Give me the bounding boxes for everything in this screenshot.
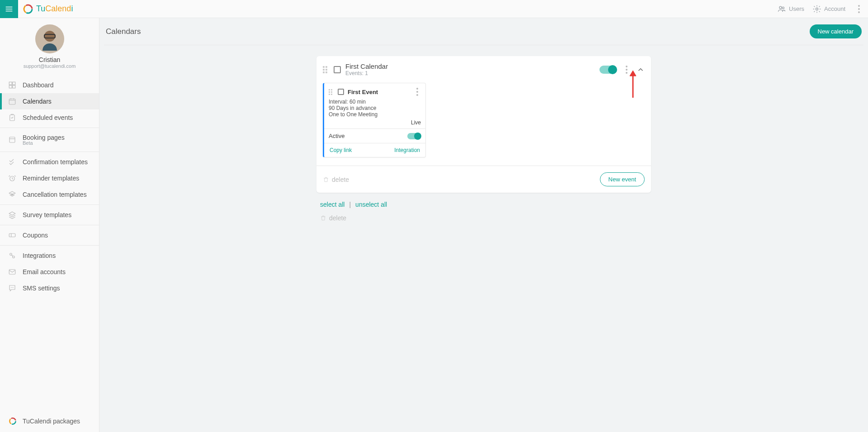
select-all-link[interactable]: select all (320, 201, 344, 208)
copy-link-button[interactable]: Copy link (330, 147, 352, 153)
svg-point-3 (779, 6, 782, 9)
integration-link[interactable]: Integration (394, 147, 420, 153)
event-card: First Event Interval: 60 min 90 Days in … (323, 83, 426, 157)
alarm-icon (8, 174, 16, 182)
svg-rect-20 (9, 270, 15, 275)
svg-rect-9 (9, 82, 12, 85)
sidebar-packages[interactable]: TuCalendi packages (0, 410, 99, 432)
sidebar-item-reminder-templates[interactable]: Reminder templates (0, 170, 99, 186)
ticket-icon (8, 231, 16, 239)
users-icon (777, 5, 786, 14)
hamburger-icon (5, 5, 13, 13)
sidebar-item-booking-pages[interactable]: Booking pagesBeta (0, 130, 99, 150)
calendar-header: First Calendar Events: 1 (316, 56, 651, 81)
bulk-delete-button[interactable]: delete (320, 214, 647, 222)
profile[interactable]: Cristian support@tucalendi.com (0, 18, 99, 73)
calendar-checkbox[interactable] (334, 66, 341, 73)
sidebar-item-label: Calendars (23, 98, 52, 105)
account-link[interactable]: Account (812, 5, 845, 14)
svg-point-21 (11, 287, 12, 288)
sidebar-item-dashboard[interactable]: Dashboard (0, 77, 99, 93)
logo-text: TuCalendi (36, 4, 73, 14)
main-content: Calendars New calendar First Calendar Ev… (99, 18, 868, 233)
new-event-button[interactable]: New event (600, 172, 645, 186)
dashboard-icon (8, 81, 16, 89)
calendar-toggle[interactable] (599, 66, 617, 74)
sidebar-item-label: Cancellation templates (23, 191, 87, 198)
new-calendar-button[interactable]: New calendar (810, 24, 862, 38)
sidebar-item-label: Confirmation templates (23, 158, 88, 166)
sidebar-item-confirmation-templates[interactable]: Confirmation templates (0, 154, 99, 170)
event-advance: 90 Days in advance (329, 105, 421, 111)
sidebar: Cristian support@tucalendi.com Dashboard… (0, 18, 99, 432)
sidebar-item-coupons[interactable]: Coupons (0, 227, 99, 243)
sidebar-item-label: Reminder templates (23, 175, 79, 182)
sidebar-packages-label: TuCalendi packages (23, 418, 80, 425)
sidebar-item-integrations[interactable]: Integrations (0, 247, 99, 264)
hamburger-menu[interactable] (0, 0, 18, 18)
sidebar-item-label: Integrations (23, 252, 56, 259)
sidebar-item-sms-settings[interactable]: SMS settings (0, 280, 99, 296)
event-more-menu[interactable] (414, 88, 421, 96)
trash-icon (323, 176, 329, 183)
event-active-toggle[interactable] (407, 133, 421, 139)
svg-rect-10 (13, 82, 15, 85)
check-stack-icon (8, 158, 16, 166)
topbar: TuCalendi Users Account (0, 0, 868, 18)
logo-icon (23, 4, 33, 14)
event-checkbox[interactable] (338, 89, 344, 95)
sidebar-item-calendars[interactable]: Calendars (0, 93, 99, 109)
logo[interactable]: TuCalendi (23, 4, 73, 14)
drag-handle-icon[interactable] (329, 89, 334, 95)
select-row: select all | unselect all (316, 199, 651, 210)
delete-label: delete (332, 176, 349, 183)
sidebar-item-label: Survey templates (23, 211, 71, 218)
drag-handle-icon[interactable] (323, 66, 329, 73)
svg-rect-17 (9, 233, 15, 237)
calendar-subtitle: Events: 1 (345, 70, 388, 76)
sidebar-item-cancellation-templates[interactable]: Cancellation templates (0, 186, 99, 203)
avatar (35, 24, 64, 53)
calendar-title: First Calendar (345, 62, 388, 70)
unselect-all-link[interactable]: unselect all (355, 201, 387, 208)
sms-icon (8, 284, 16, 292)
svg-point-5 (816, 8, 818, 10)
sidebar-item-label: Email accounts (23, 268, 66, 275)
account-label: Account (824, 5, 845, 12)
nav-list: Dashboard Calendars Scheduled events Boo… (0, 77, 99, 296)
clipboard-icon (8, 114, 16, 122)
svg-rect-15 (9, 137, 15, 142)
delete-label: delete (329, 214, 346, 222)
event-type: One to One Meeting (329, 111, 421, 118)
svg-point-22 (12, 287, 13, 288)
sidebar-item-survey-templates[interactable]: Survey templates (0, 207, 99, 223)
sidebar-item-email-accounts[interactable]: Email accounts (0, 264, 99, 280)
users-label: Users (789, 5, 804, 12)
logo-small-icon (8, 417, 17, 426)
svg-rect-12 (13, 85, 15, 88)
page-title: Calendars (106, 27, 141, 36)
svg-rect-13 (9, 99, 15, 104)
svg-point-23 (13, 287, 14, 288)
topbar-more-menu[interactable] (854, 0, 864, 18)
svg-point-4 (782, 7, 784, 9)
layers-icon (8, 211, 16, 219)
calendar-icon (8, 97, 16, 105)
event-active-label: Active (329, 133, 344, 139)
profile-name: Cristian (39, 56, 60, 63)
calendar-delete-button[interactable]: delete (323, 176, 349, 183)
page-icon (8, 136, 16, 144)
integrations-icon (8, 252, 16, 260)
gear-icon (812, 5, 821, 14)
sidebar-item-label: Scheduled events (23, 114, 73, 121)
svg-rect-11 (9, 85, 12, 88)
users-link[interactable]: Users (777, 5, 804, 14)
sidebar-item-scheduled-events[interactable]: Scheduled events (0, 109, 99, 126)
trash-icon (320, 215, 326, 221)
chevron-up-icon[interactable] (637, 66, 645, 74)
page-header: Calendars New calendar (104, 18, 863, 45)
sidebar-item-label: Dashboard (23, 81, 54, 89)
event-live-badge: Live (329, 119, 421, 126)
calendar-more-menu[interactable] (623, 66, 630, 74)
svg-point-7 (44, 31, 55, 42)
